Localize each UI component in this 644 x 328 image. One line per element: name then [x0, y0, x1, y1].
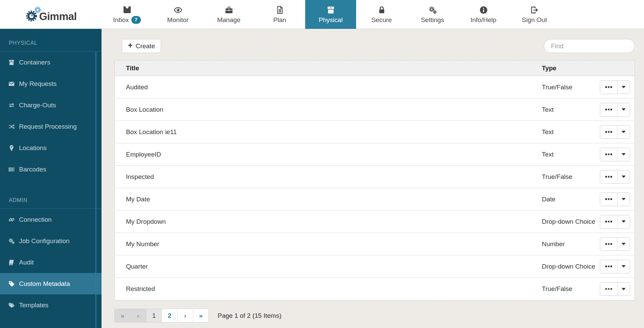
column-header-type[interactable]: Type — [542, 65, 596, 72]
row-actions-ellipsis-button[interactable] — [600, 283, 617, 295]
row-actions-ellipsis-button[interactable] — [600, 103, 617, 116]
row-actions-dropdown-button[interactable] — [617, 126, 630, 139]
row-actions-ellipsis-button[interactable] — [600, 238, 617, 251]
last-page-button[interactable]: » — [193, 309, 208, 322]
tags-icon — [8, 302, 15, 309]
row-actions-split-button — [600, 215, 630, 229]
inbox-icon — [123, 5, 132, 14]
sidebar-item-label: Job Configuration — [19, 237, 70, 245]
eye-icon — [173, 5, 183, 15]
row-title: Inspected — [115, 173, 542, 181]
page-2-button[interactable]: 2 — [162, 309, 177, 322]
sidebar-item-barcodes[interactable]: Barcodes — [0, 159, 102, 180]
row-type: True/False — [542, 173, 596, 181]
row-type: Number — [542, 240, 596, 248]
row-actions-ellipsis-button[interactable] — [600, 193, 617, 206]
row-actions-dropdown-button[interactable] — [617, 215, 630, 228]
row-actions-split-button — [600, 282, 630, 296]
table-row-my-number: My Number Number — [115, 233, 634, 255]
inbox-count-badge: 7 — [131, 16, 141, 24]
sidebar-item-label: Containers — [19, 59, 50, 66]
barcode-icon — [8, 166, 15, 173]
row-actions-ellipsis-button[interactable] — [600, 170, 617, 183]
column-header-title[interactable]: Title — [115, 65, 542, 72]
row-actions-dropdown-button[interactable] — [617, 238, 630, 251]
row-title: Box Location — [115, 106, 542, 113]
row-actions-dropdown-button[interactable] — [617, 283, 630, 295]
shuffle-icon — [8, 123, 15, 130]
row-actions-dropdown-button[interactable] — [617, 170, 630, 183]
nav-item-inbox[interactable]: Inbox 7 — [102, 0, 152, 29]
table-row-box-location: Box Location Text — [115, 98, 634, 121]
sidebar-item-my-requests[interactable]: My Requests — [0, 73, 102, 94]
plus-icon: + — [128, 42, 132, 50]
nav-item-physical[interactable]: Physical — [305, 0, 356, 29]
row-type: Text — [542, 128, 596, 136]
sidebar-item-templates[interactable]: Templates — [0, 294, 102, 316]
nav-item-secure[interactable]: Secure — [356, 0, 407, 29]
row-actions-dropdown-button[interactable] — [617, 103, 630, 116]
nav-item-plan[interactable]: Plan — [254, 0, 305, 29]
sidebar-item-label: Request Processing — [19, 123, 77, 130]
caret-down-icon — [622, 198, 626, 200]
caret-down-icon — [622, 108, 626, 111]
row-actions-dropdown-button[interactable] — [617, 193, 630, 206]
sidebar-item-custom-metadata[interactable]: Custom Metadata — [0, 273, 102, 294]
find-input[interactable] — [544, 39, 635, 53]
sidebar-item-locations[interactable]: Locations — [0, 137, 102, 159]
sidebar-item-request-processing[interactable]: Request Processing — [0, 116, 102, 137]
sidebar-item-connection[interactable]: Connection — [0, 209, 102, 230]
row-title: Restricted — [115, 285, 542, 293]
sidebar-item-job-configuration[interactable]: Job Configuration — [0, 230, 102, 252]
table-body: Audited True/False Box Location Text Box… — [115, 76, 634, 300]
row-actions-ellipsis-button[interactable] — [600, 126, 617, 139]
nav-item-label: Plan — [273, 16, 286, 24]
archive-box-icon — [326, 5, 335, 15]
nav-item-label: Monitor — [167, 16, 188, 24]
custom-metadata-table: Title Type Audited True/False Box Locati… — [114, 60, 635, 300]
row-actions-split-button — [600, 103, 630, 116]
sidebar-item-charge-outs[interactable]: Charge-Outs — [0, 94, 102, 116]
gimmal-logo: Gimmal — [0, 0, 102, 29]
row-title: My Dropdown — [115, 218, 542, 225]
row-actions-split-button — [600, 125, 630, 139]
pagination-bar: «‹12›» Page 1 of 2 (15 Items) — [114, 309, 635, 323]
nav-item-settings[interactable]: Settings — [407, 0, 458, 29]
row-actions-split-button — [600, 260, 630, 273]
link-icon — [8, 216, 15, 223]
sidebar-item-label: Audit — [19, 259, 34, 266]
table-row-employeeid: EmployeeID Text — [115, 143, 634, 166]
page-summary: Page 1 of 2 (15 Items) — [218, 312, 281, 320]
nav-item-monitor[interactable]: Monitor — [152, 0, 203, 29]
page-1-button[interactable]: 1 — [146, 309, 162, 322]
table-row-my-date: My Date Date — [115, 188, 634, 211]
row-actions-dropdown-button[interactable] — [617, 148, 630, 161]
row-type: Drop-down Choice — [542, 218, 596, 225]
row-actions-ellipsis-button[interactable] — [600, 215, 617, 228]
nav-item-label: Manage — [217, 16, 241, 24]
sidebar-section-physical: PHYSICAL — [0, 29, 102, 52]
nav-item-manage[interactable]: Manage — [203, 0, 254, 29]
sidebar-item-label: Custom Metadata — [19, 280, 70, 288]
sidebar-item-containers[interactable]: Containers — [0, 52, 102, 73]
create-button[interactable]: + Create — [122, 39, 161, 53]
row-title: Box Location ie11 — [115, 128, 542, 136]
nav-item-info-help[interactable]: Info/Help — [458, 0, 509, 29]
row-actions-dropdown-button[interactable] — [617, 260, 630, 273]
row-actions-ellipsis-button[interactable] — [600, 148, 617, 161]
nav-item-sign-out[interactable]: Sign Out — [509, 0, 560, 29]
nav-item-label: Inbox — [113, 16, 129, 24]
row-actions-ellipsis-button[interactable] — [600, 260, 617, 273]
pager: «‹12›» — [114, 309, 209, 323]
sign-out-icon — [530, 5, 539, 15]
caret-down-icon — [622, 265, 626, 268]
nav-item-label: Secure — [371, 16, 392, 24]
next-page-button[interactable]: › — [177, 309, 193, 322]
sidebar: PHYSICAL Containers My Requests Charge-O… — [0, 29, 102, 328]
sidebar-item-audit[interactable]: Audit — [0, 252, 102, 273]
top-nav-menu: Inbox 7 Monitor Manage Plan Physical — [102, 0, 560, 29]
row-actions-dropdown-button[interactable] — [617, 81, 630, 94]
caret-down-icon — [622, 131, 626, 133]
caret-down-icon — [622, 288, 626, 290]
row-actions-ellipsis-button[interactable] — [600, 81, 617, 94]
